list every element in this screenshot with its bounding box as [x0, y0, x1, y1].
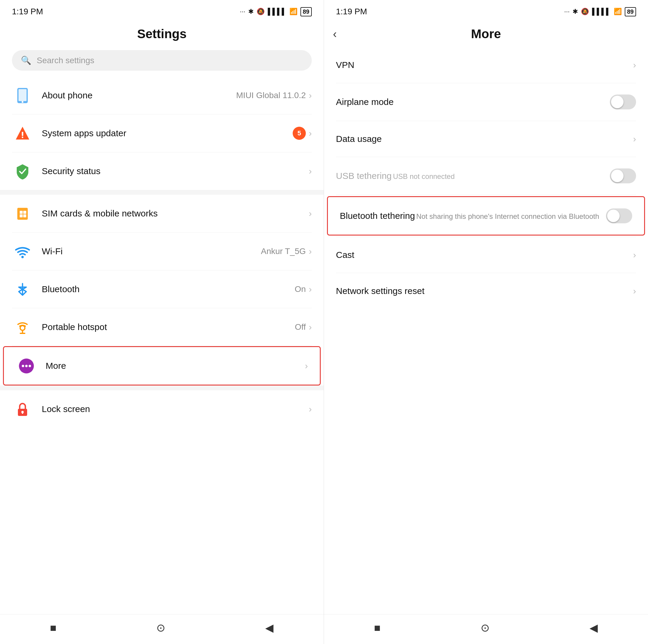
- dots-icon: ···: [240, 8, 245, 15]
- nav-back-left[interactable]: ◀: [265, 622, 274, 634]
- search-bar[interactable]: 🔍 Search settings: [12, 50, 312, 71]
- airplane-content: Airplane mode: [336, 97, 610, 107]
- system-apps-icon: [12, 123, 33, 144]
- settings-item-security[interactable]: Security status ›: [0, 152, 324, 190]
- more-icon: [16, 355, 37, 376]
- signal-icon-right: ▌▌▌▌: [592, 8, 610, 15]
- nav-circle-right[interactable]: ⊙: [481, 622, 490, 634]
- nav-back-right[interactable]: ◀: [590, 622, 598, 634]
- settings-list: About phone MIUI Global 11.0.2 › System …: [0, 77, 324, 614]
- vpn-content: VPN: [336, 60, 633, 70]
- bottom-nav-right: ■ ⊙ ◀: [324, 614, 648, 644]
- status-bar-left: 1:19 PM ··· ✱ 🔕 ▌▌▌▌ 📶 89: [0, 0, 324, 21]
- settings-item-about-phone[interactable]: About phone MIUI Global 11.0.2 ›: [0, 77, 324, 114]
- system-apps-badge: 5: [293, 127, 306, 140]
- settings-item-sim[interactable]: SIM cards & mobile networks ›: [0, 195, 324, 232]
- page-header-left: Settings: [0, 21, 324, 47]
- lock-screen-content: Lock screen: [42, 404, 309, 414]
- more-item-cast[interactable]: Cast ›: [324, 237, 648, 273]
- about-phone-icon: [12, 85, 33, 106]
- battery-left: 89: [301, 7, 312, 16]
- cast-arrow: ›: [633, 250, 636, 260]
- bluetooth-value: On: [295, 284, 306, 294]
- page-header-right: ‹ More: [324, 21, 648, 47]
- mute-icon-right: 🔕: [581, 8, 589, 15]
- bluetooth-tethering-toggle[interactable]: [606, 209, 632, 223]
- battery-right: 89: [625, 7, 636, 16]
- right-panel: 1:19 PM ··· ✱ 🔕 ▌▌▌▌ 📶 89 ‹ More VPN › A…: [324, 0, 648, 644]
- settings-item-more[interactable]: More ›: [3, 346, 321, 386]
- nav-circle-left[interactable]: ⊙: [156, 622, 165, 634]
- more-item-vpn[interactable]: VPN ›: [324, 47, 648, 83]
- network-reset-label: Network settings reset: [336, 286, 425, 296]
- system-apps-content: System apps updater: [42, 128, 293, 138]
- settings-item-system-apps[interactable]: System apps updater 5 ›: [0, 115, 324, 152]
- wifi-arrow: ›: [309, 246, 312, 256]
- nav-square-left[interactable]: ■: [50, 622, 57, 634]
- wifi-icon: [12, 241, 33, 262]
- svg-point-11: [21, 256, 23, 258]
- back-button-right[interactable]: ‹: [333, 28, 337, 41]
- vpn-arrow: ›: [633, 60, 636, 70]
- svg-point-12: [20, 326, 25, 330]
- settings-item-wifi[interactable]: Wi-Fi Ankur T_5G ›: [0, 233, 324, 270]
- bluetooth-tethering-content: Bluetooth tethering Not sharing this pho…: [340, 211, 606, 221]
- about-phone-content: About phone: [42, 90, 236, 101]
- more-item-usb-tethering[interactable]: USB tethering USB not connected: [324, 157, 648, 195]
- more-item-bluetooth-tethering[interactable]: Bluetooth tethering Not sharing this pho…: [327, 196, 645, 236]
- svg-rect-8: [23, 211, 26, 214]
- hotspot-arrow: ›: [309, 322, 312, 332]
- more-item-airplane[interactable]: Airplane mode: [324, 83, 648, 121]
- about-phone-arrow: ›: [309, 90, 312, 101]
- security-content: Security status: [42, 166, 309, 176]
- about-phone-value: MIUI Global 11.0.2: [236, 91, 306, 100]
- bottom-nav-left: ■ ⊙ ◀: [0, 614, 324, 644]
- vpn-label: VPN: [336, 60, 355, 70]
- cast-content: Cast: [336, 250, 633, 260]
- svg-rect-1: [18, 89, 26, 101]
- settings-item-hotspot[interactable]: Portable hotspot Off ›: [0, 308, 324, 346]
- security-label: Security status: [42, 166, 309, 176]
- svg-rect-7: [20, 211, 23, 214]
- security-arrow: ›: [309, 166, 312, 176]
- time-left: 1:19 PM: [12, 7, 43, 16]
- data-usage-label: Data usage: [336, 134, 382, 144]
- more-label: More: [46, 361, 305, 371]
- more-item-network-reset[interactable]: Network settings reset ›: [324, 273, 648, 309]
- usb-tethering-content: USB tethering USB not connected: [336, 171, 610, 181]
- more-arrow: ›: [305, 361, 308, 371]
- bluetooth-status-icon: ✱: [248, 8, 254, 15]
- data-usage-arrow: ›: [633, 134, 636, 144]
- usb-tethering-toggle[interactable]: [610, 168, 636, 183]
- hotspot-content: Portable hotspot: [42, 322, 295, 332]
- settings-item-lock-screen[interactable]: Lock screen ›: [0, 390, 324, 428]
- status-icons-left: ··· ✱ 🔕 ▌▌▌▌ 📶 89: [240, 7, 312, 16]
- nav-square-right[interactable]: ■: [374, 622, 381, 634]
- bluetooth-content: Bluetooth: [42, 284, 295, 294]
- bluetooth-tethering-label: Bluetooth tethering: [340, 211, 415, 221]
- more-content: More: [46, 361, 305, 371]
- bluetooth-icon: [12, 279, 33, 300]
- page-title-left: Settings: [137, 27, 187, 41]
- bluetooth-tethering-sublabel: Not sharing this phone's Internet connec…: [416, 212, 599, 220]
- search-placeholder: Search settings: [37, 56, 94, 65]
- settings-item-bluetooth[interactable]: Bluetooth On ›: [0, 271, 324, 308]
- system-apps-label: System apps updater: [42, 128, 293, 138]
- about-phone-label: About phone: [42, 90, 236, 101]
- svg-point-2: [21, 101, 23, 103]
- page-title-right: More: [471, 27, 501, 41]
- system-apps-arrow: ›: [309, 128, 312, 138]
- usb-tethering-label: USB tethering: [336, 171, 392, 181]
- svg-point-17: [25, 365, 28, 367]
- sim-label: SIM cards & mobile networks: [42, 209, 309, 219]
- wifi-content: Wi-Fi: [42, 246, 261, 256]
- more-item-data-usage[interactable]: Data usage ›: [324, 121, 648, 157]
- status-icons-right: ··· ✱ 🔕 ▌▌▌▌ 📶 89: [564, 7, 636, 16]
- airplane-toggle[interactable]: [610, 95, 636, 109]
- mute-icon: 🔕: [257, 8, 265, 15]
- status-bar-right: 1:19 PM ··· ✱ 🔕 ▌▌▌▌ 📶 89: [324, 0, 648, 21]
- lock-screen-label: Lock screen: [42, 404, 309, 414]
- cast-label: Cast: [336, 250, 355, 260]
- wifi-status-icon-right: 📶: [614, 8, 622, 15]
- wifi-status-icon: 📶: [289, 8, 298, 15]
